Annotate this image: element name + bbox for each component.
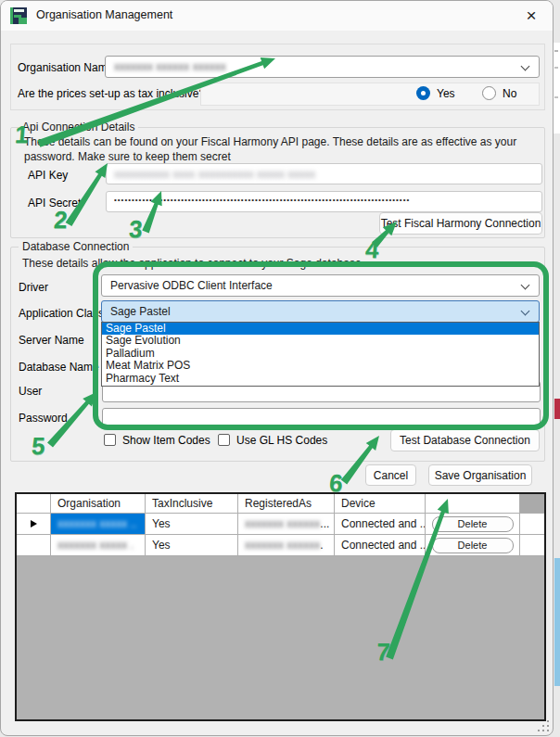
organisation-cell[interactable]: xxxxxxx xxxxx . xyxy=(51,535,145,555)
column-header-taxinclusive[interactable]: TaxInclusive xyxy=(146,494,237,513)
driver-combobox[interactable]: Pervasive ODBC Client Interface xyxy=(101,274,540,297)
table-header-row: Organisation TaxInclusive RegisteredAs D… xyxy=(17,494,544,514)
row-filler xyxy=(520,535,544,555)
dropdown-option[interactable]: Pharmacy Text xyxy=(102,373,539,385)
close-button[interactable]: × xyxy=(515,4,547,28)
title-bar: Organisation Management × xyxy=(1,1,553,31)
registeredas-cell: xxxxxxx xxxxxx... xyxy=(238,514,334,534)
api-key-field[interactable]: xxxxxxxxxx xxxx xxxxxxxxxx xxxxx xxxxx xyxy=(106,163,542,184)
column-header-device[interactable]: Device xyxy=(335,494,425,513)
blurred-text: xxxxxxx xxxxxx xyxy=(245,539,320,552)
api-connection-groupbox: Api Connection Details These details can… xyxy=(10,127,545,238)
application-class-dropdown-list: Sage Pastel Sage Evolution Palladium Mea… xyxy=(101,322,540,387)
organisation-name-combobox[interactable]: xxxxxxx xxxxxx xxxxxx xyxy=(105,56,540,78)
table-row: xxxxxxx xxxxx .. Yes xxxxxxx xxxxxx... C… xyxy=(17,514,544,535)
use-gl-hs-codes-label: Use GL HS Codes xyxy=(236,434,327,447)
password-label: Password xyxy=(19,412,68,425)
delete-button[interactable]: Delete xyxy=(432,538,514,553)
background-window-sliver xyxy=(554,43,560,133)
delete-button[interactable]: Delete xyxy=(432,516,514,532)
column-header-registeredas[interactable]: RegisteredAs xyxy=(238,494,334,513)
taxinclusive-cell: Yes xyxy=(146,514,237,534)
server-name-label: Server Name xyxy=(19,334,84,347)
row-selector-cell[interactable] xyxy=(17,514,50,534)
api-secret-dots: ••••••••••••••••••••••••••••••••••••••••… xyxy=(114,196,536,204)
background-window-sliver xyxy=(554,399,560,419)
column-header-actions xyxy=(426,494,519,513)
dropdown-option[interactable]: Sage Evolution xyxy=(102,335,539,347)
app-logo-icon xyxy=(10,7,27,24)
current-row-arrow-icon xyxy=(31,520,37,527)
delete-cell: Delete xyxy=(426,535,519,555)
yes-radio-label: Yes xyxy=(437,87,455,100)
no-radio[interactable] xyxy=(482,86,496,100)
table-row: xxxxxxx xxxxx . Yes xxxxxxx xxxxxx. Conn… xyxy=(17,535,544,556)
radio-dot xyxy=(421,91,426,95)
driver-value: Pervasive ODBC Client Interface xyxy=(110,279,273,292)
database-name-label: Database Name xyxy=(19,361,99,374)
password-field[interactable] xyxy=(102,408,541,429)
cancel-button[interactable]: Cancel xyxy=(365,464,416,486)
db-group-title: Database Connection xyxy=(19,240,133,253)
delete-cell: Delete xyxy=(426,514,519,534)
show-item-codes-checkbox[interactable] xyxy=(104,434,116,446)
blurred-text: xxxxxxx xxxxxx xyxy=(245,517,320,530)
api-secret-field[interactable]: ••••••••••••••••••••••••••••••••••••••••… xyxy=(106,191,542,212)
chevron-down-icon xyxy=(521,62,530,71)
db-description: These details allow the application to c… xyxy=(22,257,362,270)
dropdown-option[interactable]: Palladium xyxy=(102,348,539,360)
device-cell: Connected and ... xyxy=(335,514,425,534)
driver-label: Driver xyxy=(19,281,48,294)
registeredas-cell: xxxxxxx xxxxxx. xyxy=(238,535,334,555)
api-group-title: Api Connection Details xyxy=(19,121,138,133)
organisations-table: Organisation TaxInclusive RegisteredAs D… xyxy=(15,492,546,721)
header-filler xyxy=(520,494,544,513)
column-header-organisation[interactable]: Organisation xyxy=(51,494,145,513)
truncation-dots: . xyxy=(320,539,323,552)
taxinclusive-cell: Yes xyxy=(146,535,237,555)
use-gl-hs-codes-checkbox[interactable] xyxy=(218,434,230,446)
dropdown-option[interactable]: Sage Pastel xyxy=(102,323,539,335)
api-secret-label: API Secret xyxy=(28,197,81,210)
application-class-label: Application Class xyxy=(19,307,104,320)
tax-inclusive-question: Are the prices set-up as tax inclusive? xyxy=(18,87,205,100)
save-organisation-button[interactable]: Save Organisation xyxy=(428,464,532,486)
api-key-label: API Key xyxy=(28,169,68,182)
show-item-codes-label: Show Item Codes xyxy=(122,434,210,447)
organisation-cell[interactable]: xxxxxxx xxxxx .. xyxy=(51,514,145,534)
api-key-value-blurred: xxxxxxxxxx xxxx xxxxxxxxxx xxxxx xxxxx xyxy=(114,168,315,181)
device-cell: Connected and ... xyxy=(335,535,425,555)
no-radio-label: No xyxy=(503,87,516,100)
chevron-down-icon xyxy=(521,281,530,290)
table-empty-area xyxy=(17,556,544,719)
application-class-combobox[interactable]: Sage Pastel xyxy=(101,300,540,323)
organisation-name-label: Organisation Name xyxy=(18,61,113,74)
yes-radio[interactable] xyxy=(416,86,430,100)
resize-grip[interactable] xyxy=(538,720,549,731)
dropdown-option[interactable]: Meat Matrix POS xyxy=(102,360,539,372)
organisation-management-dialog: Organisation Management × Organisation N… xyxy=(0,0,554,736)
test-database-connection-button[interactable]: Test Database Connection xyxy=(390,429,540,451)
window-title: Organisation Management xyxy=(36,8,172,21)
api-description: These details can be found on your Fisca… xyxy=(24,134,543,164)
chevron-down-icon xyxy=(521,307,530,316)
application-class-value: Sage Pastel xyxy=(110,305,171,318)
blurred-text: xxxxxxx xxxxx .. xyxy=(57,517,136,530)
row-filler xyxy=(520,514,544,534)
test-fiscal-harmony-button[interactable]: Test Fiscal Harmony Connection xyxy=(379,212,542,235)
user-label: User xyxy=(19,385,42,398)
row-selector-header xyxy=(17,494,50,513)
background-window-sliver xyxy=(554,558,560,686)
blurred-text: xxxxxxx xxxxx . xyxy=(57,539,134,552)
truncation-dots: ... xyxy=(320,517,329,530)
organisation-name-value-blurred: xxxxxxx xxxxxx xxxxxx xyxy=(114,60,226,73)
row-selector-cell[interactable] xyxy=(17,535,50,555)
